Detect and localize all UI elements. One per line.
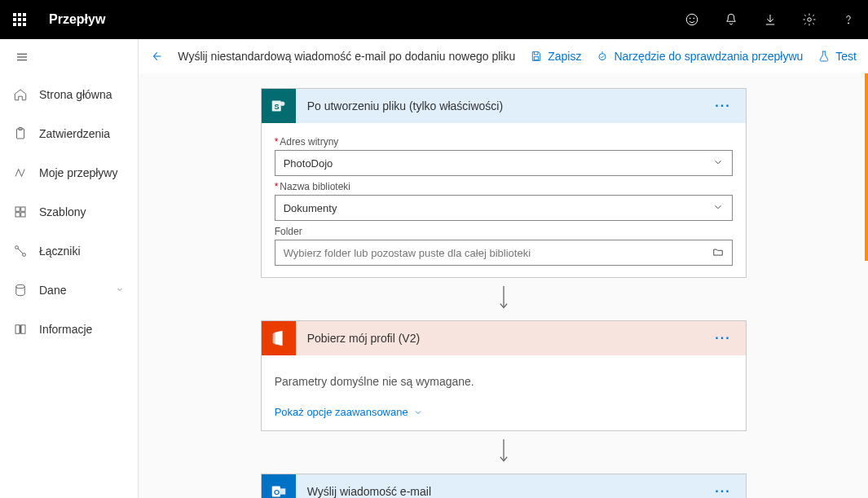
book-icon (13, 322, 28, 337)
back-button[interactable] (150, 50, 163, 63)
feedback-icon[interactable] (672, 0, 712, 39)
scroll-indicator (865, 73, 868, 261)
step-menu-icon[interactable]: ··· (710, 95, 735, 117)
svg-point-15 (599, 54, 606, 60)
settings-icon[interactable] (790, 0, 829, 39)
connector-icon (13, 244, 28, 258)
template-icon (13, 205, 28, 219)
help-icon[interactable] (829, 0, 868, 39)
step-menu-icon[interactable]: ··· (710, 481, 735, 498)
top-bar: Przepływ (0, 0, 868, 39)
clipboard-icon (13, 126, 28, 141)
show-advanced-link[interactable]: Pokaż opcje zaawansowane (275, 406, 423, 418)
nav-label: Strona główna (39, 88, 112, 101)
folder-input[interactable]: Wybierz folder lub pozostaw puste dla ca… (275, 240, 733, 266)
sharepoint-icon: S (262, 89, 296, 123)
site-address-input[interactable]: PhotoDojo (275, 150, 733, 176)
chevron-down-icon (712, 156, 724, 170)
save-button[interactable]: Zapisz (530, 50, 581, 63)
field-label: *Nazwa biblioteki (275, 181, 733, 192)
flow-checker-button[interactable]: Narzędzie do sprawdzania przepływu (596, 50, 803, 63)
step-menu-icon[interactable]: ··· (710, 328, 735, 349)
notifications-icon[interactable] (712, 0, 751, 39)
nav-label: Szablony (39, 205, 86, 218)
nav-connectors[interactable]: Łączniki (0, 231, 138, 271)
connector-arrow-icon (261, 278, 747, 320)
field-label: *Adres witryny (275, 136, 733, 148)
app-title: Przepływ (39, 12, 105, 27)
folder-icon (712, 246, 724, 260)
nav-approvals[interactable]: Zatwierdzenia (0, 114, 138, 153)
nav-data[interactable]: Dane (0, 271, 138, 310)
test-button[interactable]: Test (817, 50, 857, 63)
download-icon[interactable] (751, 0, 790, 39)
step-header[interactable]: O Wyślij wiadomość e-mail ··· (262, 474, 746, 498)
step-header[interactable]: Pobierz mój profil (V2) ··· (262, 321, 746, 355)
svg-point-0 (686, 14, 698, 25)
app-launcher-icon[interactable] (0, 0, 39, 39)
nav-label: Moje przepływy (39, 166, 117, 179)
library-name-input[interactable]: Dokumenty (275, 195, 733, 221)
step-header[interactable]: S Po utworzeniu pliku (tylko właściwości… (262, 89, 746, 123)
nav-toggle-icon[interactable] (0, 39, 138, 75)
svg-point-4 (848, 23, 848, 24)
flow-canvas: S Po utworzeniu pliku (tylko właściwości… (139, 73, 868, 498)
field-label: Folder (275, 226, 733, 237)
nav-label: Informacje (39, 323, 92, 336)
office365-icon (262, 321, 296, 355)
outlook-icon: O (262, 474, 296, 498)
svg-rect-10 (21, 213, 25, 217)
svg-text:O: O (274, 488, 280, 496)
data-icon (13, 283, 28, 297)
flow-title: Wyślij niestandardową wiadomość e-mail p… (178, 50, 515, 63)
step-title: Po utworzeniu pliku (tylko właściwości) (296, 99, 711, 112)
nav-home[interactable]: Strona główna (0, 75, 138, 114)
svg-point-12 (23, 253, 26, 257)
svg-rect-14 (535, 57, 539, 60)
svg-point-11 (15, 246, 19, 249)
svg-text:S: S (274, 103, 279, 111)
step-send-email: O Wyślij wiadomość e-mail ··· *Do (261, 474, 747, 498)
nav-info[interactable]: Informacje (0, 310, 138, 349)
nav-label: Zatwierdzenia (39, 127, 110, 140)
svg-rect-21 (280, 488, 284, 494)
chevron-down-icon (115, 284, 125, 297)
step-info-text: Parametry domyślne nie są wymagane. (275, 364, 733, 393)
nav-myflows[interactable]: Moje przepływy (0, 153, 138, 192)
svg-point-18 (280, 102, 284, 107)
nav-label: Dane (39, 284, 66, 297)
nav-label: Łączniki (39, 245, 81, 258)
step-title: Pobierz mój profil (V2) (296, 332, 711, 345)
svg-rect-9 (15, 213, 20, 217)
svg-point-13 (16, 284, 25, 289)
flow-icon (13, 165, 28, 180)
connector-arrow-icon (261, 431, 747, 474)
command-bar: Wyślij niestandardową wiadomość e-mail p… (139, 39, 868, 73)
step-sharepoint-trigger: S Po utworzeniu pliku (tylko właściwości… (261, 88, 747, 278)
nav-templates[interactable]: Szablony (0, 192, 138, 231)
svg-point-1 (690, 18, 690, 19)
home-icon (13, 87, 28, 102)
svg-point-2 (694, 18, 694, 19)
svg-point-3 (808, 18, 812, 22)
step-get-my-profile: Pobierz mój profil (V2) ··· Parametry do… (261, 320, 747, 431)
svg-rect-8 (21, 207, 25, 211)
chevron-down-icon (712, 201, 724, 215)
svg-rect-7 (15, 207, 20, 211)
left-nav: Strona główna Zatwierdzenia Moje przepły… (0, 39, 139, 498)
step-title: Wyślij wiadomość e-mail (296, 485, 711, 498)
